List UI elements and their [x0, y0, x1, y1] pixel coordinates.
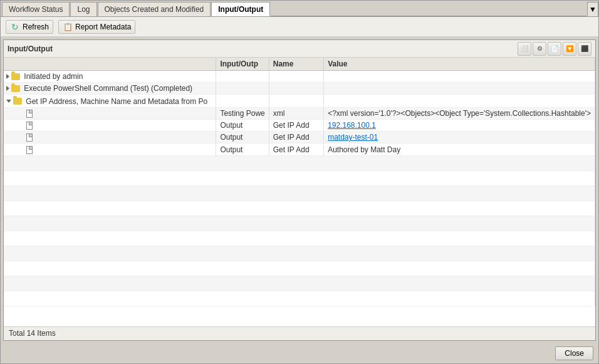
tab-workflow-status[interactable]: Workflow Status: [2, 2, 70, 16]
tab-dropdown-arrow[interactable]: ▼: [587, 2, 598, 16]
filter-icon-btn-2[interactable]: ⚙: [533, 42, 546, 56]
table-row: Output Get IP Add Authored by Matt Day: [4, 143, 595, 155]
io-cell-6: Output: [216, 143, 269, 155]
filter-icon-btn-5[interactable]: ⬛: [578, 42, 591, 56]
inner-toolbar-title: Input/Output: [8, 44, 53, 53]
table-row-empty: [4, 170, 595, 185]
tree-cell-1[interactable]: Execute PowerShell Command (Test) (Compl…: [4, 83, 216, 95]
data-table: Input/Outp Name Value Initiated by admin: [4, 58, 595, 306]
doc-icon: [26, 110, 33, 118]
name-cell-4: Get IP Add: [269, 119, 323, 131]
tree-cell-2[interactable]: Get IP Address, Machine Name and Metadat…: [4, 95, 216, 108]
table-row-empty: [4, 246, 595, 261]
table-row: Output Get IP Add 192.168.100.1: [4, 119, 595, 131]
col-header-value[interactable]: Value: [324, 58, 595, 71]
name-cell-6: Get IP Add: [269, 143, 323, 155]
expand-arrow-icon: [6, 100, 11, 103]
inner-toolbar: Input/Output ⬜ ⚙ 📄 🔽 ⬛: [4, 40, 595, 58]
table-row-empty: [4, 231, 595, 246]
status-text: Total 14 Items: [9, 329, 56, 338]
value-cell-0: [324, 71, 595, 83]
name-cell-3: xml: [269, 107, 323, 119]
folder-icon: [11, 85, 20, 92]
name-cell-2: [269, 95, 323, 108]
footer: Close: [1, 343, 598, 363]
value-cell-1: [324, 83, 595, 95]
content-area: Input/Output ⬜ ⚙ 📄 🔽 ⬛ Input/Outp Name V…: [3, 39, 596, 341]
collapse-arrow-icon: [6, 86, 9, 91]
value-cell-4[interactable]: 192.168.100.1: [324, 119, 595, 131]
col-header-name: [4, 58, 216, 71]
doc-icon: [26, 133, 33, 142]
table-row-empty: [4, 276, 595, 291]
tree-cell-6: [4, 143, 216, 155]
table-row: Get IP Address, Machine Name and Metadat…: [4, 95, 595, 108]
table-row-empty: [4, 155, 595, 170]
io-cell-4: Output: [216, 119, 269, 131]
status-bar: Total 14 Items: [4, 326, 595, 340]
inner-toolbar-icons: ⬜ ⚙ 📄 🔽 ⬛: [518, 42, 591, 56]
tree-cell-5: [4, 132, 216, 143]
doc-icon: [26, 122, 33, 130]
table-row-empty: [4, 261, 595, 276]
refresh-icon: ↻: [10, 22, 20, 32]
doc-icon: [26, 146, 33, 154]
collapse-arrow-icon: [6, 74, 9, 79]
filter-icon-btn-4[interactable]: 🔽: [563, 42, 576, 56]
io-cell-1: [216, 83, 269, 95]
value-cell-3: <?xml version='1.0'?><Objects><Object Ty…: [324, 107, 595, 119]
tab-input-output[interactable]: Input/Output: [211, 2, 270, 16]
folder-icon: [13, 98, 22, 105]
table-row-empty: [4, 216, 595, 231]
value-cell-6: Authored by Matt Day: [324, 143, 595, 155]
name-cell-0: [269, 71, 323, 83]
table-row-empty: [4, 291, 595, 306]
table-row: Output Get IP Add matday-test-01: [4, 132, 595, 143]
report-metadata-button[interactable]: 📋 Report Metadata: [58, 20, 135, 34]
table-container: Input/Outp Name Value Initiated by admin: [4, 58, 595, 326]
table-row: Initiated by admin: [4, 71, 595, 83]
toolbar: ↻ Refresh 📋 Report Metadata: [1, 17, 598, 37]
refresh-button[interactable]: ↻ Refresh: [6, 20, 53, 34]
tree-cell-0[interactable]: Initiated by admin: [4, 71, 216, 83]
tree-cell-3: [4, 107, 216, 119]
tree-cell-4: [4, 119, 216, 131]
io-cell-0: [216, 71, 269, 83]
tab-bar: Workflow Status Log Objects Created and …: [1, 1, 598, 17]
io-cell-3: Testing Powe: [216, 107, 269, 119]
table-row-empty: [4, 185, 595, 200]
table-row: Execute PowerShell Command (Test) (Compl…: [4, 83, 595, 95]
name-cell-1: [269, 83, 323, 95]
folder-icon: [11, 73, 20, 80]
col-header-namedata[interactable]: Name: [269, 58, 323, 71]
report-icon: 📋: [63, 22, 73, 32]
value-cell-2: [324, 95, 595, 108]
filter-icon-btn-1[interactable]: ⬜: [518, 42, 531, 56]
table-row-empty: [4, 200, 595, 216]
col-header-io[interactable]: Input/Outp: [216, 58, 269, 71]
io-cell-2: [216, 95, 269, 108]
table-row: Testing Powe xml <?xml version='1.0'?><O…: [4, 107, 595, 119]
tab-objects-created[interactable]: Objects Created and Modified: [98, 2, 211, 16]
io-cell-5: Output: [216, 132, 269, 143]
close-button[interactable]: Close: [555, 346, 593, 360]
filter-icon-btn-3[interactable]: 📄: [548, 42, 561, 56]
tab-spacer: [271, 2, 586, 16]
value-cell-5[interactable]: matday-test-01: [324, 132, 595, 143]
main-container: Workflow Status Log Objects Created and …: [0, 0, 599, 364]
table-header-row: Input/Outp Name Value: [4, 58, 595, 71]
tab-log[interactable]: Log: [70, 2, 96, 16]
name-cell-5: Get IP Add: [269, 132, 323, 143]
